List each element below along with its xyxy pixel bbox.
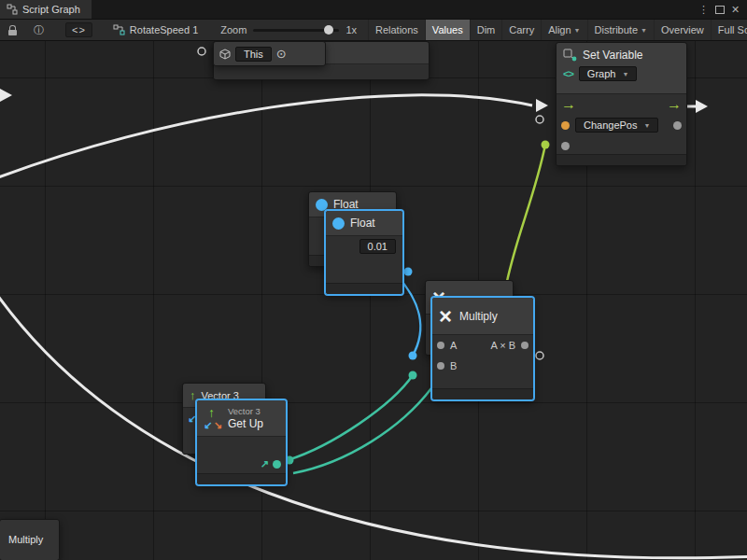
relations-button[interactable]: Relations xyxy=(368,19,425,41)
node-title: Float xyxy=(350,217,375,230)
button-label: Dim xyxy=(477,20,496,41)
multiply-icon: × xyxy=(439,305,452,328)
distribute-dropdown[interactable]: Distribute▼ xyxy=(587,19,654,41)
script-graph-icon xyxy=(7,4,18,15)
output-value-port[interactable] xyxy=(673,121,682,130)
node-title: Float xyxy=(333,198,359,211)
node-footer xyxy=(326,283,402,294)
float-node[interactable]: Float 0.01 xyxy=(325,210,403,295)
button-label: Distribute xyxy=(595,20,638,41)
unconnected-port-circle[interactable] xyxy=(536,352,543,359)
chevron-down-icon: ▼ xyxy=(641,20,647,41)
overview-button[interactable]: Overview xyxy=(654,19,711,41)
multiply-node-corner[interactable]: Multiply xyxy=(0,519,60,560)
self-output-port[interactable]: ⊙ xyxy=(276,47,287,61)
input-a-port[interactable] xyxy=(437,342,444,349)
restore-window-button[interactable] xyxy=(712,0,726,19)
node-footer xyxy=(557,154,686,165)
lock-icon xyxy=(8,25,17,35)
chevron-down-icon: ▼ xyxy=(574,20,581,41)
vector-output-icon: ↗ xyxy=(261,459,269,469)
title-bar: Script Graph ⋮ ✕ xyxy=(0,0,747,19)
node-header: × Multiply xyxy=(432,298,533,335)
wire-endpoint-blue xyxy=(404,268,413,276)
flow-arrowhead-right-edge xyxy=(696,100,708,113)
input-b-port[interactable] xyxy=(437,362,444,370)
carry-button[interactable]: Carry xyxy=(501,19,541,41)
zoom-value: 1x xyxy=(345,24,357,35)
button-label: Full Screen xyxy=(718,20,747,41)
node-header: ↑ ↙ ↘ Vector 3 Get Up xyxy=(197,400,286,437)
output-port[interactable] xyxy=(521,342,529,349)
button-label: Values xyxy=(432,20,463,41)
value-wire-getup-to-multiply-ghost[interactable] xyxy=(293,388,431,473)
window-menu-button[interactable]: ⋮ xyxy=(697,0,711,19)
info-icon: ⓘ xyxy=(34,23,44,37)
info-button[interactable]: ⓘ xyxy=(25,20,52,40)
float-icon xyxy=(316,199,328,211)
zoom-slider-handle[interactable] xyxy=(324,25,333,35)
flow-input-port[interactable]: → xyxy=(561,97,576,112)
button-label: Carry xyxy=(509,20,534,41)
set-variable-node[interactable]: Set Variable <> Graph ▼ → → ChangePos ▼ xyxy=(556,42,687,166)
zoom-label: Zoom xyxy=(220,24,247,35)
view-buttons: Relations Values Dim Carry Align▼ Distri… xyxy=(368,19,747,41)
this-value-pill[interactable]: This xyxy=(235,47,272,62)
float-value: 0.01 xyxy=(368,241,388,252)
zoom-slider[interactable] xyxy=(253,29,339,32)
graph-breadcrumb[interactable]: RotateSpeed 1 xyxy=(113,24,198,35)
node-type-label: Vector 3 xyxy=(228,406,263,416)
multiply-node[interactable]: × Multiply A A × B B xyxy=(431,297,534,400)
graph-asset-icon xyxy=(113,24,125,35)
flow-wire-in[interactable] xyxy=(0,95,532,181)
unconnected-port-circle[interactable] xyxy=(536,116,543,123)
down-left-arrow-icon: ↙ xyxy=(204,420,212,430)
set-variable-icon xyxy=(563,49,577,62)
value-wire-getup-to-multiply[interactable] xyxy=(288,375,413,460)
vector3-icon: ↑ ↙ ↘ xyxy=(204,406,222,430)
up-arrow-icon: ↑ xyxy=(190,389,196,401)
flow-arrowhead-setvariable xyxy=(536,99,548,112)
tab-label: Script Graph xyxy=(22,4,80,15)
unconnected-port-circle[interactable] xyxy=(198,48,205,55)
flow-arrowhead-left-edge xyxy=(0,89,12,102)
variable-name-dropdown[interactable]: ChangePos ▼ xyxy=(575,118,658,133)
button-label: Align xyxy=(548,20,571,41)
values-button[interactable]: Values xyxy=(425,19,470,41)
code-preview-button[interactable]: <> xyxy=(65,22,92,37)
value-input-port[interactable] xyxy=(561,142,570,150)
zoom-control: Zoom 1x xyxy=(220,24,357,35)
wire-endpoint-blue xyxy=(409,352,417,360)
node-title: Multiply xyxy=(459,310,498,323)
close-window-button[interactable]: ✕ xyxy=(728,0,742,19)
vector-output-port[interactable] xyxy=(273,460,281,469)
wire-endpoint-teal xyxy=(409,371,417,380)
node-header: Set Variable <> Graph ▼ xyxy=(557,43,686,94)
this-node[interactable]: This ⊙ xyxy=(213,41,326,66)
dim-button[interactable]: Dim xyxy=(470,19,502,41)
flow-wire-bottom[interactable] xyxy=(0,286,747,558)
port-label-b: B xyxy=(450,360,457,371)
graph-canvas[interactable]: Float × ↑ Vector 3 ↙ This ⊙ xyxy=(0,41,747,560)
variable-name-port[interactable] xyxy=(561,121,570,130)
graph-toolbar: ⓘ <> RotateSpeed 1 Zoom 1x Relations Val… xyxy=(0,19,747,41)
button-label: Relations xyxy=(375,20,418,41)
align-dropdown[interactable]: Align▼ xyxy=(541,19,586,41)
flow-output-port[interactable]: → xyxy=(667,97,682,112)
get-up-node[interactable]: ↑ ↙ ↘ Vector 3 Get Up ↗ xyxy=(196,399,287,485)
chevron-down-icon: ▼ xyxy=(622,71,628,77)
value-wire-multiply-to-setvariable[interactable] xyxy=(504,145,545,295)
lock-button[interactable] xyxy=(0,20,25,40)
dropdown-value: Graph xyxy=(587,68,616,79)
up-arrow-icon: ↑ xyxy=(208,406,215,419)
float-value-input[interactable]: 0.01 xyxy=(359,239,396,254)
graph-kind-dropdown[interactable]: Graph ▼ xyxy=(579,66,638,81)
node-footer xyxy=(432,388,533,399)
chevron-down-icon: ▼ xyxy=(644,122,651,129)
float-icon xyxy=(332,217,345,230)
tab-script-graph[interactable]: Script Graph xyxy=(0,0,92,19)
node-title: Multiply xyxy=(0,520,59,545)
node-header: Float xyxy=(326,211,402,236)
fullscreen-button[interactable]: Full Screen xyxy=(711,19,747,41)
button-label: Overview xyxy=(661,20,704,41)
